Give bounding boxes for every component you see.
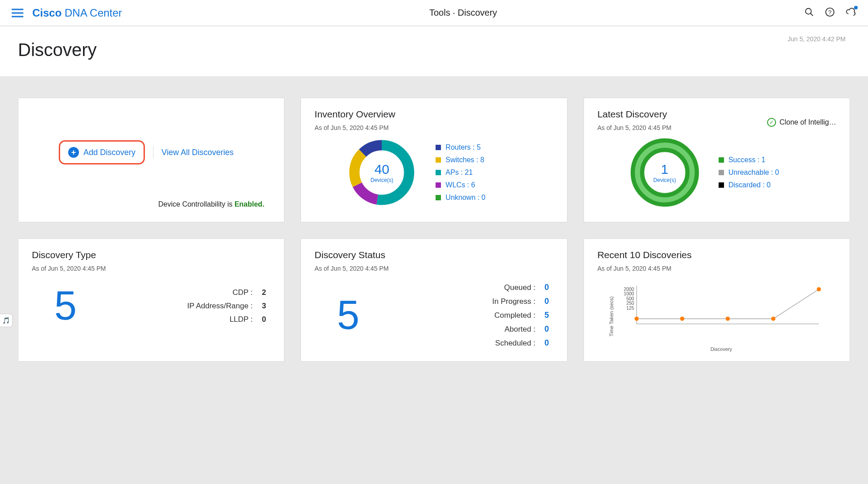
side-tab-icon[interactable]: 🎵 <box>0 314 13 327</box>
svg-point-23 <box>771 316 775 320</box>
svg-point-22 <box>725 316 729 320</box>
legend-item[interactable]: Success : 1 <box>719 156 779 164</box>
legend-item[interactable]: Unknown : 0 <box>436 194 485 202</box>
svg-point-3 <box>806 8 811 14</box>
device-controllability-status: Device Controllability is Enabled. <box>158 200 265 208</box>
brand-light: DNA Center <box>65 7 122 19</box>
recent-discoveries-card: Recent 10 Discoveries As of Jun 5, 2020 … <box>584 238 850 362</box>
legend-swatch-icon <box>436 170 441 175</box>
legend-item[interactable]: Unreachable : 0 <box>719 169 779 177</box>
legend-swatch-icon <box>719 170 724 175</box>
kv-row: In Progress :0 <box>492 297 549 306</box>
kv-row: Scheduled :0 <box>495 338 549 348</box>
legend-swatch-icon <box>436 145 441 150</box>
app-header: Cisco DNA Center Tools · Discovery ? <box>0 0 868 26</box>
card-title: Discovery Status <box>314 250 553 260</box>
discovery-status-rows: Queued :0In Progress :0Completed :5Abort… <box>492 283 549 348</box>
add-discovery-highlight: + Add Discovery <box>59 140 145 164</box>
legend-swatch-icon <box>436 182 441 188</box>
plus-circle-icon: + <box>68 147 79 158</box>
search-icon[interactable] <box>804 7 814 19</box>
card-title: Inventory Overview <box>314 109 553 120</box>
discovery-type-rows: CDP :2IP Address/Range :3LLDP :0 <box>187 288 266 324</box>
notification-dot-icon <box>854 6 858 9</box>
card-asof: As of Jun 5, 2020 4:45 PM <box>314 124 553 131</box>
cloud-status-icon[interactable] <box>846 7 856 19</box>
svg-line-4 <box>811 13 813 16</box>
svg-point-20 <box>634 316 638 320</box>
card-asof: As of Jun 5, 2020 4:45 PM <box>32 265 270 272</box>
status-count-link[interactable]: 0 <box>540 297 549 306</box>
inventory-donut-chart[interactable]: 40 Device(s) <box>346 137 418 208</box>
recent-discoveries-chart[interactable]: Time Taken (secs) 20001000500250125 Disc… <box>615 280 827 347</box>
legend-swatch-icon <box>436 195 441 200</box>
view-all-discoveries-link[interactable]: View All Discoveries <box>161 148 234 157</box>
page-title-bar: Jun 5, 2020 4:42 PM Discovery <box>0 26 868 76</box>
legend-item[interactable]: APs : 21 <box>436 169 485 177</box>
svg-text:1000: 1000 <box>624 291 634 296</box>
kv-row: Queued :0 <box>504 283 549 292</box>
breadcrumb: Tools · Discovery <box>122 8 804 18</box>
legend-item[interactable]: WLCs : 6 <box>436 181 485 189</box>
add-discovery-label: Add Discovery <box>83 148 135 157</box>
legend-item[interactable]: Discarded : 0 <box>719 181 779 189</box>
kv-row: IP Address/Range :3 <box>187 302 266 311</box>
discovery-status-total: 5 <box>337 292 359 338</box>
brand-logo[interactable]: Cisco DNA Center <box>32 7 122 19</box>
kv-row: Completed :5 <box>494 311 549 320</box>
svg-text:2000: 2000 <box>624 287 634 292</box>
discovery-status-card: Discovery Status As of Jun 5, 2020 4:45 … <box>301 238 567 362</box>
chart-ylabel: Time Taken (secs) <box>608 296 614 336</box>
legend-swatch-icon <box>719 157 724 163</box>
add-discovery-button[interactable]: + Add Discovery <box>68 147 135 158</box>
legend-swatch-icon <box>436 157 441 163</box>
donut-center: 1 Device(s) <box>629 137 701 208</box>
legend-item[interactable]: Routers : 5 <box>436 143 485 151</box>
help-icon[interactable]: ? <box>825 7 835 19</box>
kv-row: LLDP :0 <box>230 315 266 324</box>
latest-donut-chart[interactable]: 1 Device(s) <box>629 137 701 208</box>
status-count-link[interactable]: 5 <box>540 311 549 320</box>
discovery-type-total: 5 <box>54 283 77 329</box>
donut-center: 40 Device(s) <box>346 137 418 208</box>
page-timestamp: Jun 5, 2020 4:42 PM <box>788 35 846 43</box>
inventory-overview-card: Inventory Overview As of Jun 5, 2020 4:4… <box>301 98 567 222</box>
actions-card: + Add Discovery View All Discoveries Dev… <box>18 98 284 222</box>
divider <box>153 146 153 159</box>
legend-swatch-icon <box>719 182 724 188</box>
latest-discovery-chip[interactable]: ✓ Clone of Intellig… <box>767 118 836 127</box>
brand-bold: Cisco <box>32 7 61 19</box>
svg-point-24 <box>816 287 820 291</box>
svg-text:500: 500 <box>626 296 634 301</box>
svg-text:250: 250 <box>626 301 634 306</box>
actions-row: + Add Discovery View All Discoveries <box>59 140 270 164</box>
discovery-type-card: Discovery Type As of Jun 5, 2020 4:45 PM… <box>18 238 284 362</box>
svg-text:?: ? <box>828 9 831 15</box>
page-title: Discovery <box>18 40 850 60</box>
card-asof: As of Jun 5, 2020 4:45 PM <box>314 265 553 272</box>
latest-discovery-card: Latest Discovery As of Jun 5, 2020 4:45 … <box>584 98 850 222</box>
inventory-legend: Routers : 5Switches : 8APs : 21WLCs : 6U… <box>436 143 485 202</box>
kv-row: CDP :2 <box>232 288 266 297</box>
check-circle-icon: ✓ <box>767 118 776 127</box>
hamburger-icon[interactable] <box>12 9 23 17</box>
latest-legend: Success : 1Unreachable : 0Discarded : 0 <box>719 156 779 189</box>
card-title: Recent 10 Discoveries <box>598 250 836 260</box>
card-asof: As of Jun 5, 2020 4:45 PM <box>598 265 836 272</box>
card-title: Discovery Type <box>32 250 270 260</box>
status-count-link[interactable]: 0 <box>540 324 549 334</box>
status-count-link[interactable]: 0 <box>540 283 549 292</box>
chart-xlabel: Discovery <box>711 346 732 352</box>
svg-text:125: 125 <box>626 306 634 311</box>
legend-item[interactable]: Switches : 8 <box>436 156 485 164</box>
svg-point-21 <box>680 316 684 320</box>
status-count-link[interactable]: 0 <box>540 338 549 348</box>
kv-row: Aborted :0 <box>505 324 549 334</box>
header-actions: ? <box>804 7 856 19</box>
dashboard-grid: + Add Discovery View All Discoveries Dev… <box>0 76 868 380</box>
